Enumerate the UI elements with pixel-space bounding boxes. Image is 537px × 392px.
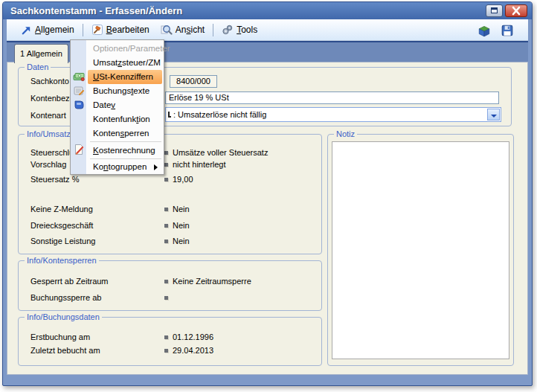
menubar: Allgemein Bearbeiten Ansicht: [7, 19, 528, 41]
row-value: 29.04.2013: [173, 346, 213, 355]
row-value: 19,00: [173, 175, 193, 184]
menubar-separator: [83, 24, 83, 36]
kontenart-value: : Umsatzerlöse nicht fällig: [173, 110, 266, 119]
row-value: 01.12.1996: [173, 332, 213, 341]
value-bullet: [164, 178, 168, 181]
row-label: Keine Z-Meldung: [30, 205, 93, 213]
menu-item-kontensperren[interactable]: Kontensperren: [88, 126, 162, 141]
menu-item-umsatzsteuer-zm[interactable]: Umsatzsteuer/ZM: [88, 56, 162, 70]
row-value: Nein: [173, 221, 190, 230]
row-value: Nein: [173, 205, 190, 213]
close-button[interactable]: [505, 4, 527, 17]
value-bullet: [164, 151, 168, 155]
app-window: Sachkontenstamm - Erfassen/Ändern Allgem…: [2, 1, 533, 386]
menu-tools[interactable]: Tools: [216, 22, 263, 38]
row-label: Sonstige Leistung: [30, 237, 95, 245]
chevron-down-icon: [491, 115, 497, 118]
menu-ansicht[interactable]: Ansicht: [155, 22, 210, 38]
submenu-arrow-icon: [154, 164, 158, 170]
group-notiz: Notiz: [327, 134, 514, 366]
value-bullet: [164, 208, 168, 211]
row-value: nicht hinterlegt: [173, 160, 226, 169]
value-bullet: [164, 349, 168, 353]
bearbeiten-dropdown-menu: Optionen/Parameter Umsatzsteuer/ZM USt-K…: [70, 39, 164, 175]
notiz-textarea[interactable]: [332, 141, 509, 359]
value-bullet: [164, 224, 168, 228]
menu-bearbeiten[interactable]: Bearbeiten: [86, 22, 155, 38]
red-pencil-document-icon: [73, 144, 85, 155]
kontenbezeichnung-field[interactable]: Erlöse 19 % USt: [165, 91, 499, 104]
menu-allgemein[interactable]: Allgemein: [16, 22, 80, 38]
row-label: Erstbuchung am: [30, 332, 90, 341]
row-label: Dreiecksgeschäft: [30, 221, 93, 230]
menu-separator: [90, 158, 161, 159]
value-bullet: [164, 280, 168, 283]
menu-item-kontenfunktion[interactable]: Kontenfunktion: [88, 112, 162, 126]
row-label: Gesperrt ab Zeitraum: [30, 277, 109, 286]
row-label: Steuersatz %: [30, 175, 79, 184]
menu-item-datev[interactable]: Datev: [88, 98, 162, 112]
menu-item-kontogruppen[interactable]: Kontogruppen: [88, 160, 162, 174]
gears-icon: [222, 24, 234, 36]
value-bullet: [164, 240, 168, 243]
value-bullet: [164, 296, 168, 300]
sachkonto-field[interactable]: 8400/000: [170, 75, 217, 88]
group-info-buchungsdaten: Info/Buchungsdaten Erstbuchung am 01.12.…: [18, 317, 322, 366]
group-info-buchungsdaten-title: Info/Buchungsdaten: [25, 312, 102, 321]
window-title: Sachkontenstamm - Erfassen/Ändern: [10, 5, 182, 16]
row-label: Zuletzt bebucht am: [30, 346, 100, 355]
menu-separator: [90, 141, 161, 142]
close-icon: [506, 5, 527, 16]
menubar-separator: [213, 24, 213, 36]
hammer-icon: [91, 24, 103, 36]
tab-allgemein[interactable]: 1 Allgemein: [14, 44, 68, 63]
row-value: Umsätze voller Steuersatz: [173, 148, 268, 157]
row-label: Vorschlag: [30, 160, 66, 169]
row-label: Buchungssperre ab: [30, 293, 101, 302]
kontenart-dropdown-button[interactable]: [487, 109, 500, 121]
group-info-umsatzsteuer: Info/Umsatzsteuer Steuerschlüssel Umsätz…: [18, 134, 322, 254]
sachkonto-label: Sachkonto: [30, 77, 69, 86]
group-notiz-title: Notiz: [334, 129, 357, 138]
kontenart-label: Kontenart: [30, 111, 66, 120]
value-bullet: [164, 335, 168, 339]
magnifier-icon: [160, 24, 173, 36]
row-value: Keine Zeitraumsperre: [173, 277, 251, 286]
menu-item-ust-kennziffern[interactable]: USt-Kennziffern: [88, 70, 162, 84]
note-pencil-icon: [73, 85, 85, 97]
restore-button[interactable]: [486, 4, 503, 17]
package-button[interactable]: [477, 24, 491, 37]
menu-item-buchungstexte[interactable]: Buchungstexte: [88, 84, 162, 98]
group-daten-title: Daten: [25, 62, 51, 71]
datev-icon: [73, 99, 85, 111]
kontenart-dropdown[interactable]: : Umsatzerlöse nicht fällig: [165, 107, 501, 122]
group-info-kontensperren-title: Info/Kontensperren: [25, 256, 99, 265]
arrow-ne-icon: [21, 25, 32, 36]
titlebar: Sachkontenstamm - Erfassen/Ändern: [3, 2, 532, 19]
restore-icon: [491, 7, 498, 13]
save-button[interactable]: [501, 24, 514, 37]
menu-item-kostenrechnung[interactable]: Kostenrechnung: [88, 144, 162, 158]
menu-item-optionen-parameter: Optionen/Parameter: [88, 42, 162, 56]
value-bullet: [164, 163, 168, 167]
banknotes-icon: [73, 71, 85, 83]
package-icon: [477, 24, 491, 37]
row-value: Nein: [173, 237, 190, 245]
floppy-save-icon: [501, 24, 514, 37]
group-info-kontensperren: Info/Kontensperren Gesperrt ab Zeitraum …: [18, 260, 322, 311]
kontenart-hidden-text-fragment: [168, 112, 171, 118]
